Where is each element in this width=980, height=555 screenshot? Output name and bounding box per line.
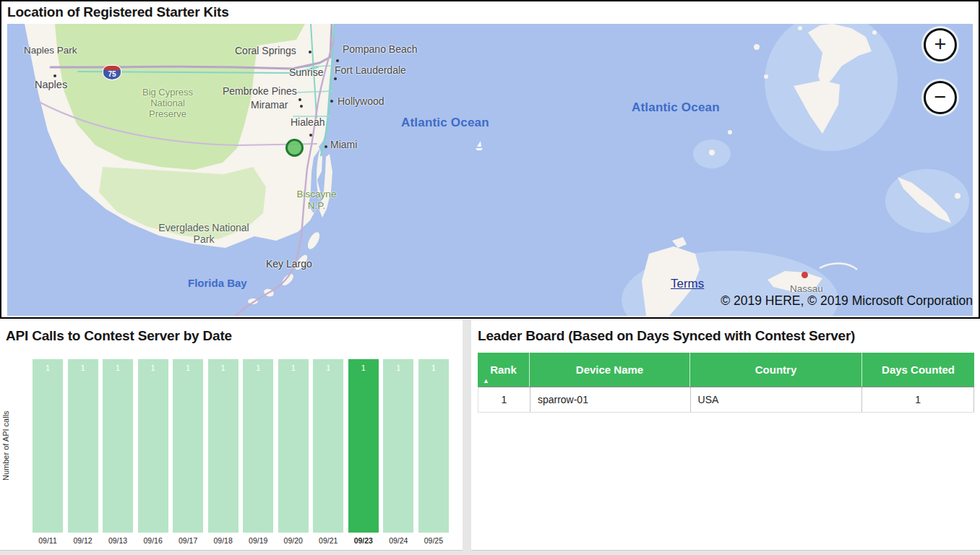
city-dot — [330, 100, 333, 103]
column-header-device-name[interactable]: Device Name — [530, 353, 690, 387]
map-label-atlantic-ocean-1: Atlantic Ocean — [401, 116, 489, 130]
bar-09-21[interactable]: 1 — [313, 359, 343, 533]
chart-title: API Calls to Contest Server by Date — [6, 328, 232, 344]
map-label-biscayne-1: Biscayne — [297, 189, 337, 199]
column-header-country-label: Country — [755, 363, 797, 376]
map-terrain — [7, 24, 973, 316]
table-row[interactable]: 1 sparrow-01 USA 1 — [478, 387, 974, 413]
map-label-atlantic-ocean-2: Atlantic Ocean — [632, 100, 720, 115]
map-label-miramar: Miramar — [251, 99, 288, 111]
map-label-naples: Naples — [35, 79, 67, 90]
bar-value-label: 1 — [46, 363, 50, 372]
bar-value-label: 1 — [221, 363, 225, 372]
chart-x-axis: 09/11 09/12 09/13 09/16 09/17 09/18 09/1… — [33, 536, 449, 545]
column-header-country[interactable]: Country — [690, 353, 862, 387]
bar-value-label: 1 — [361, 363, 366, 372]
city-dot — [324, 145, 327, 148]
leaderboard-table: Rank ▲ Device Name Country Days Counted … — [478, 353, 974, 413]
map-zoom-out-button[interactable]: − — [924, 81, 957, 114]
bar-value-label: 1 — [116, 363, 120, 372]
map-label-key-largo: Key Largo — [266, 258, 312, 270]
bar-09-12[interactable]: 1 — [68, 359, 98, 533]
map-canvas[interactable]: Naples Park Naples Big Cypress National … — [7, 24, 973, 316]
cell-days-counted: 1 — [862, 387, 974, 412]
city-dot — [300, 105, 303, 108]
bar-09-11[interactable]: 1 — [33, 359, 63, 533]
map-title: Location of Registered Starter Kits — [7, 4, 229, 20]
column-header-device-name-label: Device Name — [576, 363, 643, 376]
leaderboard-title: Leader Board (Based on Days Synced with … — [478, 328, 855, 344]
bar-value-label: 1 — [80, 363, 85, 372]
x-tick-label: 09/25 — [418, 536, 449, 545]
map-visual-panel: Location of Registered Starter Kits — [0, 0, 980, 319]
map-copyright: © 2019 HERE, © 2019 Microsoft Corporatio… — [721, 293, 973, 309]
bar-09-23-selected[interactable]: 1 — [348, 359, 379, 533]
map-label-big-cypress-2: National — [150, 98, 185, 108]
map-label-florida-bay: Florida Bay — [188, 277, 247, 289]
x-tick-label: 09/21 — [313, 536, 343, 545]
bar-chart-plot: 1 1 1 1 1 1 1 1 1 1 1 1 — [33, 359, 449, 533]
map-label-sunrise: Sunrise — [289, 66, 323, 78]
bar-value-label: 1 — [396, 363, 400, 372]
city-dot — [298, 98, 301, 101]
x-tick-label: 09/12 — [68, 536, 98, 545]
map-label-fort-lauderdale: Fort Lauderdale — [335, 64, 406, 76]
map-label-nassau: Nassau — [790, 283, 823, 294]
bar-09-20[interactable]: 1 — [278, 359, 309, 533]
x-tick-label: 09/20 — [278, 536, 309, 545]
column-header-days-counted[interactable]: Days Counted — [862, 353, 974, 387]
cell-country: USA — [691, 387, 863, 412]
map-label-hialeah: Hialeah — [291, 116, 324, 128]
bar-value-label: 1 — [326, 363, 330, 372]
bar-09-16[interactable]: 1 — [138, 359, 168, 533]
bar-09-25[interactable]: 1 — [418, 359, 449, 533]
interstate-75-shield-icon: 75 — [103, 65, 121, 80]
bar-09-18[interactable]: 1 — [208, 359, 238, 533]
x-tick-label: 09/13 — [103, 536, 133, 545]
bar-09-19[interactable]: 1 — [243, 359, 273, 533]
city-dot — [309, 134, 312, 137]
bar-value-label: 1 — [151, 363, 155, 372]
terms-link[interactable]: Terms — [671, 277, 704, 291]
leaderboard-header-row: Rank ▲ Device Name Country Days Counted — [478, 353, 974, 387]
map-label-biscayne-2: N.P. — [308, 200, 326, 211]
map-label-naples-park: Naples Park — [24, 45, 77, 56]
bar-09-13[interactable]: 1 — [103, 359, 133, 533]
x-tick-label: 09/11 — [33, 536, 63, 545]
bar-value-label: 1 — [291, 363, 296, 372]
city-dot — [53, 74, 56, 77]
x-tick-label: 09/24 — [383, 536, 413, 545]
leaderboard-panel: Leader Board (Based on Days Synced with … — [471, 320, 980, 551]
map-label-everglades-1: Everglades National — [158, 222, 249, 233]
bar-09-24[interactable]: 1 — [383, 359, 413, 533]
bar-value-label: 1 — [431, 363, 436, 372]
bar-value-label: 1 — [186, 363, 190, 372]
x-tick-label: 09/17 — [173, 536, 203, 545]
sort-ascending-icon: ▲ — [483, 377, 489, 384]
map-zoom-in-button[interactable]: + — [924, 28, 957, 61]
map-label-big-cypress-3: Preserve — [149, 108, 186, 119]
bar-value-label: 1 — [256, 363, 260, 372]
map-label-big-cypress-1: Big Cypress — [142, 87, 193, 98]
column-header-rank[interactable]: Rank ▲ — [478, 353, 530, 387]
map-label-hollywood: Hollywood — [338, 95, 384, 107]
map-label-pembroke-pines: Pembroke Pines — [223, 85, 297, 97]
column-header-rank-label: Rank — [490, 363, 517, 376]
api-calls-chart-panel: API Calls to Contest Server by Date Numb… — [0, 320, 463, 551]
chart-y-axis-label: Number of API calls — [1, 359, 10, 533]
x-tick-label-selected: 09/23 — [348, 536, 379, 545]
x-tick-label: 09/18 — [208, 536, 238, 545]
bar-09-17[interactable]: 1 — [173, 359, 203, 533]
city-dot — [334, 77, 337, 80]
cell-rank: 1 — [478, 387, 530, 412]
x-tick-label: 09/19 — [243, 536, 273, 545]
map-label-coral-springs: Coral Springs — [235, 45, 296, 56]
x-tick-label: 09/16 — [138, 536, 168, 545]
map-label-pompano-beach: Pompano Beach — [343, 43, 418, 55]
map-label-miami: Miami — [330, 139, 357, 150]
map-label-everglades-2: Park — [194, 233, 215, 245]
starter-kit-location-marker[interactable] — [285, 139, 304, 157]
column-header-days-counted-label: Days Counted — [882, 363, 955, 376]
nassau-marker — [801, 272, 808, 278]
city-dot — [309, 51, 311, 53]
